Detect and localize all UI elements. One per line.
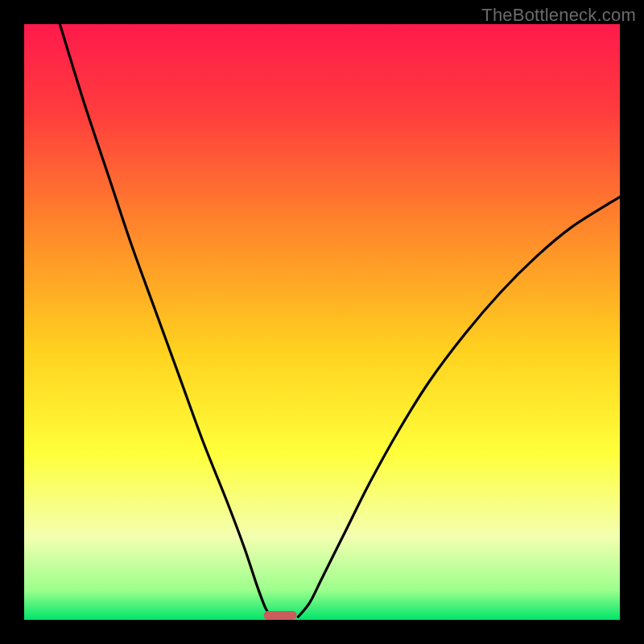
bottleneck-chart [24,24,620,620]
minimum-marker [264,611,297,620]
gradient-background [24,24,620,620]
chart-frame: TheBottleneck.com [0,0,644,644]
watermark-text: TheBottleneck.com [481,5,636,26]
